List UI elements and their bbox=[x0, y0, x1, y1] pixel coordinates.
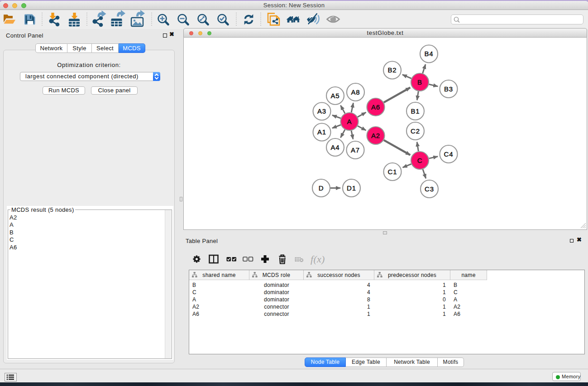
svg-text:f(x): f(x) bbox=[311, 253, 325, 265]
svg-text:D: D bbox=[319, 184, 324, 192]
svg-text:B2: B2 bbox=[387, 66, 397, 74]
svg-text:C1: C1 bbox=[388, 168, 397, 176]
svg-text:C2: C2 bbox=[411, 127, 420, 135]
svg-text:A4: A4 bbox=[330, 143, 339, 151]
svg-text:A3: A3 bbox=[317, 107, 326, 115]
svg-text:A2: A2 bbox=[371, 132, 380, 139]
svg-text:C4: C4 bbox=[444, 150, 454, 158]
svg-text:A1: A1 bbox=[317, 128, 326, 136]
svg-text:D1: D1 bbox=[347, 184, 356, 192]
svg-text:A8: A8 bbox=[351, 88, 360, 96]
svg-text:B: B bbox=[417, 78, 422, 86]
svg-text:A7: A7 bbox=[351, 146, 360, 154]
svg-text:A5: A5 bbox=[330, 92, 339, 100]
svg-text:B3: B3 bbox=[444, 85, 453, 93]
svg-text:A6: A6 bbox=[371, 103, 380, 111]
svg-text:A: A bbox=[347, 118, 352, 125]
svg-text:B1: B1 bbox=[411, 107, 420, 115]
svg-text:C3: C3 bbox=[425, 185, 434, 193]
svg-text:C: C bbox=[417, 157, 423, 164]
svg-text:B4: B4 bbox=[424, 50, 433, 57]
